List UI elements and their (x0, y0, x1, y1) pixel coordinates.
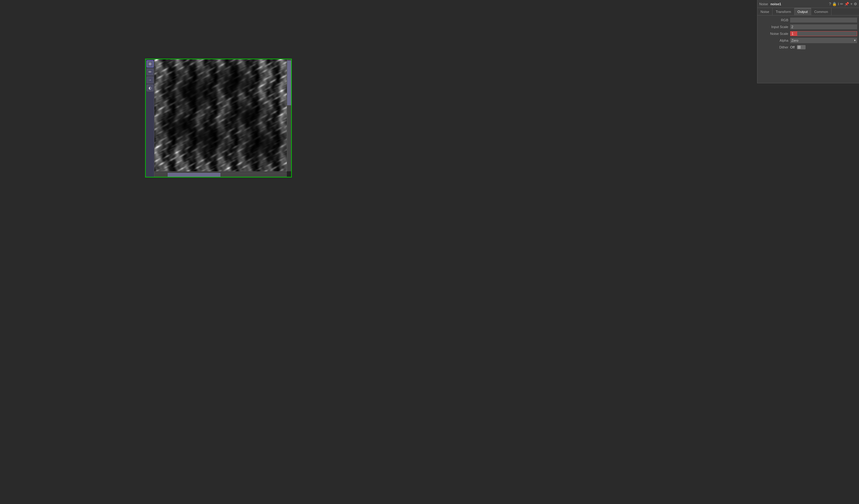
alpha-label: Alpha (759, 39, 790, 42)
viewer-scrollbar-vertical[interactable] (287, 59, 291, 171)
noise-canvas (154, 59, 287, 171)
panel-title-icons: ? 🔒 i ✏ 📌 + ⚙ (829, 2, 857, 6)
info-icon[interactable]: i (838, 2, 839, 6)
alpha-select-wrapper: Zero One Luminance ▼ (790, 37, 857, 43)
prop-row-input-scale: Input Scale 2 (757, 24, 859, 30)
panel-title-bar: Noise noise1 ? 🔒 i ✏ 📌 + ⚙ (757, 0, 859, 8)
tool-color[interactable]: ◐ (147, 85, 153, 91)
properties-panel: Noise noise1 ? 🔒 i ✏ 📌 + ⚙ Noise Transfo… (757, 0, 859, 83)
lock-icon[interactable]: 🔒 (832, 2, 837, 6)
panel-title-name: noise1 (770, 2, 781, 6)
panel-content: RGB Input Scale 2 Noise Scale 1 Alpha Ze… (757, 15, 859, 52)
help-icon[interactable]: ? (829, 2, 831, 6)
tool-view[interactable]: ⊕ (147, 61, 153, 67)
tab-common[interactable]: Common (811, 8, 831, 15)
prop-row-dither: Dither Off (757, 44, 859, 51)
pin-icon[interactable]: 📌 (844, 2, 849, 6)
tab-noise[interactable]: Noise (757, 8, 772, 15)
tool-draw[interactable]: ✏ (147, 68, 153, 75)
rgb-label: RGB (759, 18, 790, 22)
rgb-value[interactable] (790, 18, 857, 22)
scrollbar-v-thumb (287, 61, 291, 105)
prop-row-rgb: RGB (757, 17, 859, 24)
prop-row-alpha: Alpha Zero One Luminance ▼ (757, 37, 859, 44)
prop-row-noise-scale: Noise Scale 1 (757, 30, 859, 37)
dither-label: Dither (759, 45, 790, 49)
viewer-window: ⊕ ✏ → ◐ noise1 ⊟ + (145, 59, 292, 178)
tab-output[interactable]: Output (795, 8, 811, 15)
dither-value-text: Off (790, 45, 795, 49)
viewer-toolbar: ⊕ ✏ → ◐ (146, 59, 154, 177)
viewer-canvas (154, 59, 287, 171)
panel-tabs: Noise Transform Output Common (757, 8, 859, 15)
input-scale-label: Input Scale (759, 25, 790, 29)
noise-scale-bar[interactable]: 1 (790, 31, 857, 36)
dither-toggle[interactable] (797, 45, 805, 49)
noise-scale-value: 1 (792, 31, 794, 36)
tool-arrow[interactable]: → (147, 77, 153, 83)
dither-toggle-knob (798, 46, 801, 49)
panel-title-label: Noise (759, 2, 768, 6)
input-scale-value[interactable]: 2 (790, 25, 857, 29)
viewer-scrollbar-horizontal[interactable] (154, 172, 287, 177)
scrollbar-h-thumb (168, 173, 221, 177)
plus-icon[interactable]: + (850, 2, 853, 6)
alpha-select[interactable]: Zero One Luminance (790, 37, 857, 43)
tab-transform[interactable]: Transform (772, 8, 795, 15)
noise-scale-label: Noise Scale (759, 32, 790, 35)
settings-icon[interactable]: ⚙ (854, 2, 857, 6)
pencil-icon[interactable]: ✏ (840, 2, 843, 6)
